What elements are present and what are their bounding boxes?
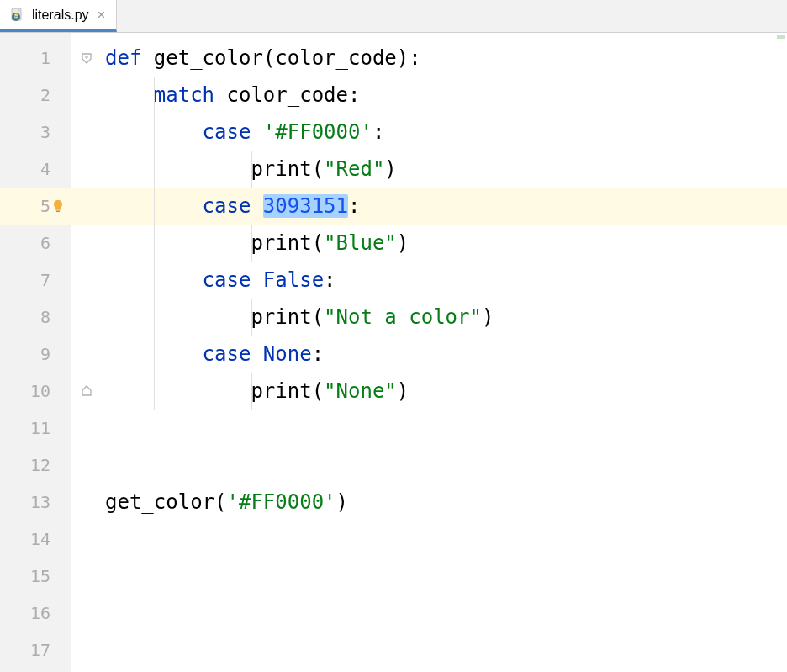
line-number: 12 [30, 455, 50, 475]
gutter-row[interactable]: 8 [0, 299, 71, 336]
indent-guide [154, 114, 155, 151]
gutter-row[interactable]: 7 [0, 262, 71, 299]
string-literal: "None" [324, 379, 397, 403]
indent-guide [203, 114, 203, 151]
indent-guide [154, 336, 155, 373]
line-number: 3 [40, 122, 50, 142]
line-number: 14 [30, 529, 50, 549]
line-number: 15 [30, 566, 50, 586]
gutter-row[interactable]: 15 [0, 558, 71, 595]
number-literal-selected: 3093151 [263, 194, 348, 218]
tab-bar: literals.py × [0, 0, 787, 33]
function-call: get_color [105, 490, 214, 514]
gutter-row[interactable]: 10 [0, 373, 71, 410]
code-line[interactable]: get_color('#FF0000') [71, 484, 787, 521]
code-line[interactable] [71, 410, 787, 447]
indent-guide [203, 373, 203, 410]
svg-rect-4 [56, 211, 60, 212]
python-file-icon [10, 8, 25, 23]
gutter-row[interactable]: 4 [0, 151, 71, 188]
line-number: 9 [40, 344, 50, 364]
builtin-none: None [263, 342, 312, 366]
line-gutter: 1 2 3 4 5 6 7 8 [0, 33, 71, 672]
indent-guide [203, 336, 203, 373]
gutter-row[interactable]: 3 [0, 114, 71, 151]
line-number: 16 [30, 603, 50, 623]
keyword-match: match [154, 83, 227, 107]
indent-guide [251, 225, 252, 262]
code-line[interactable]: case False: [71, 262, 787, 299]
line-number: 5 [40, 196, 50, 216]
tab-filename: literals.py [32, 8, 89, 23]
line-number: 13 [30, 492, 50, 512]
line-number: 8 [40, 307, 50, 327]
indent-guide [251, 151, 252, 188]
code-line[interactable] [71, 558, 787, 595]
indent-guide [251, 373, 252, 410]
code-line[interactable]: print("None") [71, 373, 787, 410]
indent-guide [154, 299, 155, 336]
code-line[interactable]: print("Red") [71, 151, 787, 188]
code-line[interactable] [71, 447, 787, 484]
file-tab[interactable]: literals.py × [0, 0, 117, 32]
gutter-row[interactable]: 5 [0, 188, 71, 225]
line-number: 2 [40, 85, 50, 105]
code-editor: 1 2 3 4 5 6 7 8 [0, 33, 787, 672]
fold-end-icon[interactable] [81, 385, 92, 397]
line-number: 7 [40, 270, 50, 290]
gutter-row[interactable]: 16 [0, 595, 71, 632]
string-literal: '#FF0000' [263, 120, 372, 144]
keyword-case: case [203, 120, 263, 144]
gutter-row[interactable]: 9 [0, 336, 71, 373]
keyword-case: case [203, 342, 263, 366]
gutter-row[interactable]: 1 [0, 40, 71, 77]
indent-guide [154, 373, 155, 410]
line-number: 6 [40, 233, 50, 253]
code-line[interactable]: print("Not a color") [71, 299, 787, 336]
indent-guide [154, 262, 155, 299]
indent-guide [154, 77, 155, 114]
line-number: 17 [30, 640, 50, 660]
indent-guide [154, 225, 155, 262]
indent-guide [203, 188, 203, 225]
gutter-row[interactable]: 13 [0, 484, 71, 521]
code-area[interactable]: def get_color(color_code): match color_c… [71, 33, 787, 672]
indent-guide [203, 299, 203, 336]
code-line[interactable] [71, 632, 787, 669]
function-name: get_color [154, 46, 263, 70]
close-icon[interactable]: × [98, 8, 106, 22]
code-line[interactable] [71, 521, 787, 558]
parameter: color_code [275, 46, 397, 70]
intention-bulb-icon[interactable] [50, 198, 66, 214]
gutter-row[interactable]: 17 [0, 632, 71, 669]
gutter-row[interactable]: 6 [0, 225, 71, 262]
code-line[interactable]: match color_code: [71, 77, 787, 114]
indent-guide [203, 151, 203, 188]
indent-guide [203, 225, 203, 262]
indent-guide [251, 299, 252, 336]
code-line-highlighted[interactable]: case 3093151: [71, 188, 787, 225]
line-number: 1 [40, 48, 50, 68]
code-line[interactable]: def get_color(color_code): [71, 40, 787, 77]
code-line[interactable]: print("Blue") [71, 225, 787, 262]
gutter-row[interactable]: 2 [0, 77, 71, 114]
indent-guide [203, 262, 203, 299]
scrollbar-marker [777, 35, 785, 39]
gutter-row[interactable]: 11 [0, 410, 71, 447]
keyword-case: case [203, 194, 263, 218]
fold-collapse-icon[interactable] [81, 52, 92, 64]
keyword-def: def [105, 46, 154, 70]
string-literal: "Blue" [324, 231, 397, 255]
code-line[interactable]: case None: [71, 336, 787, 373]
indent-guide [154, 188, 155, 225]
line-number: 4 [40, 159, 50, 179]
code-line[interactable]: case '#FF0000': [71, 114, 787, 151]
line-number: 10 [30, 381, 50, 401]
string-literal: '#FF0000' [227, 490, 336, 514]
code-line[interactable] [71, 595, 787, 632]
gutter-row[interactable]: 12 [0, 447, 71, 484]
gutter-row[interactable]: 14 [0, 521, 71, 558]
indent-guide [154, 151, 155, 188]
string-literal: "Red" [324, 157, 384, 181]
builtin-false: False [263, 268, 324, 292]
